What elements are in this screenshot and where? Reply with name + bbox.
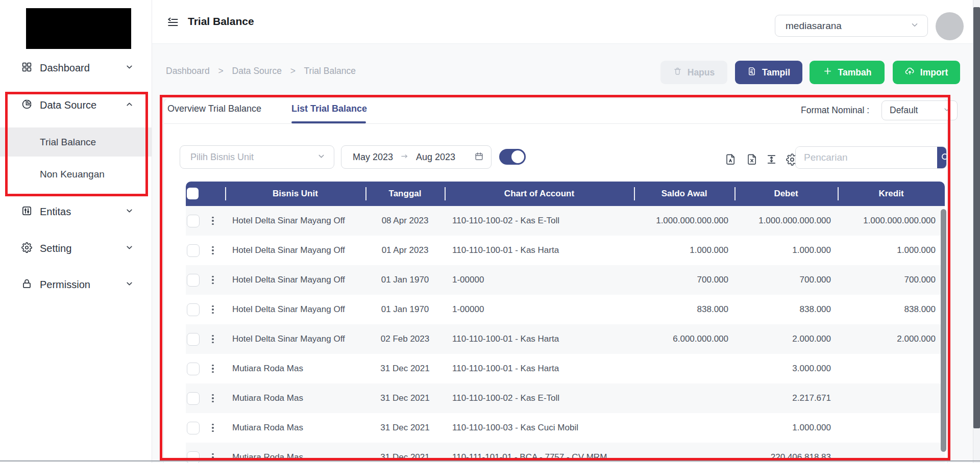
sidebar-subitem-trial-balance[interactable]: Trial Balance (0, 127, 152, 157)
sidebar-collapse-icon[interactable] (166, 16, 180, 31)
import-button[interactable]: Import (893, 61, 960, 84)
cell-debet: 2.000.000 (734, 334, 838, 344)
row-checkbox[interactable] (187, 303, 200, 316)
select-all-checkbox[interactable] (187, 188, 199, 199)
header-separator (838, 187, 839, 200)
sidebar-item-setting[interactable]: Setting (0, 238, 152, 259)
sidebar-subitem-non-keuangan[interactable]: Non Keuangan (0, 159, 152, 190)
sidebar-item-dashboard[interactable]: Dashboard (0, 58, 152, 78)
cell-debet: 838.000 (734, 304, 838, 315)
search-button[interactable] (937, 147, 947, 168)
sidebar-item-data-source[interactable]: Data Source (0, 95, 152, 115)
cell-saldo-awal: 700.000 (634, 275, 734, 285)
breadcrumb: Dashboard > Data Source > Trial Balance (166, 66, 362, 76)
cell-bisnis-unit: Hotel Delta Sinar Mayang Off (225, 275, 365, 285)
row-menu-kebab-icon[interactable] (208, 303, 217, 316)
show-button[interactable]: Tampil (735, 61, 802, 84)
gear-icon (21, 242, 32, 255)
breadcrumb-item-dashboard[interactable]: Dashboard (166, 66, 210, 76)
add-button-label: Tambah (838, 67, 872, 78)
business-unit-select[interactable]: Pilih Bisnis Unit (180, 145, 334, 169)
column-header-tanggal[interactable]: Tanggal (365, 189, 445, 199)
window-bottom-border (0, 460, 980, 461)
cell-debet: 1.000.000 (734, 423, 838, 433)
cell-tanggal: 31 Dec 2021 (365, 364, 445, 374)
cell-chart-of-account: 110-110-100-01 - Kas Harta (445, 334, 634, 344)
export-excel-icon[interactable] (746, 153, 758, 167)
search-input[interactable] (796, 147, 937, 168)
chevron-down-icon (317, 152, 326, 163)
table-scrollbar[interactable] (941, 209, 946, 452)
toggle-knob (511, 150, 524, 163)
sidebar-item-label: Dashboard (40, 62, 90, 74)
delete-button[interactable]: Hapus (660, 61, 727, 84)
sidebar-subitem-label: Non Keuangan (40, 169, 105, 180)
row-checkbox[interactable] (187, 215, 200, 227)
page-scrollbar-track (973, 0, 980, 463)
row-menu-kebab-icon[interactable] (208, 333, 217, 345)
row-menu-kebab-icon[interactable] (208, 363, 217, 375)
cell-bisnis-unit: Hotel Delta Sinar Mayang Off (225, 216, 365, 226)
filter-toggle[interactable] (499, 149, 526, 165)
breadcrumb-item-data-source[interactable]: Data Source (232, 66, 282, 76)
row-checkbox[interactable] (187, 333, 200, 346)
chevron-up-icon (125, 100, 134, 111)
tab-overview-trial-balance[interactable]: Overview Trial Balance (167, 104, 261, 114)
cell-chart-of-account: 1-00000 (445, 304, 634, 315)
column-header-saldo-awal[interactable]: Saldo Awal (634, 189, 734, 199)
chevron-down-icon (943, 106, 951, 116)
header-separator (225, 187, 226, 200)
row-menu-kebab-icon[interactable] (208, 422, 217, 434)
column-header-kredit[interactable]: Kredit (838, 189, 945, 199)
import-button-label: Import (920, 67, 948, 78)
column-header-debet[interactable]: Debet (734, 189, 838, 199)
chevron-down-icon (125, 243, 134, 254)
column-header-bisnis-unit[interactable]: Bisnis Unit (225, 189, 365, 199)
table-body: Hotel Delta Sinar Mayang Off 08 Apr 2023… (186, 206, 945, 463)
plus-icon (823, 66, 832, 79)
cell-chart-of-account: 110-110-100-02 - Kas E-Toll (445, 393, 634, 403)
active-tab-underline (291, 121, 366, 123)
row-checkbox[interactable] (187, 274, 200, 287)
format-nominal-select[interactable]: Default (881, 100, 958, 120)
export-pdf-icon[interactable] (725, 153, 737, 167)
column-header-chart-of-account[interactable]: Chart of Account (445, 189, 634, 199)
tab-list-trial-balance[interactable]: List Trial Balance (291, 104, 367, 114)
sidebar-item-label: Entitas (40, 206, 71, 218)
row-checkbox[interactable] (187, 363, 200, 375)
cell-bisnis-unit: Hotel Delta Sinar Mayang Off (225, 245, 365, 255)
sidebar-item-label: Permission (40, 279, 90, 291)
row-checkbox[interactable] (187, 422, 200, 434)
cell-debet: 2.217.671 (734, 393, 838, 403)
row-checkbox[interactable] (187, 392, 200, 405)
arrow-right-icon (400, 152, 409, 163)
row-menu-kebab-icon[interactable] (208, 215, 217, 227)
chevron-down-icon (125, 63, 134, 73)
row-checkbox[interactable] (187, 244, 200, 257)
date-range-start: May 2023 (353, 152, 393, 163)
table-row: Hotel Delta Sinar Mayang Off 01 Apr 2023… (186, 236, 945, 265)
cell-kredit: 1.000.000 (838, 245, 945, 255)
row-menu-kebab-icon[interactable] (208, 392, 217, 404)
row-menu-kebab-icon[interactable] (208, 244, 217, 256)
cell-chart-of-account: 110-110-100-03 - Kas Cuci Mobil (445, 423, 634, 433)
add-button[interactable]: Tambah (810, 61, 885, 84)
row-height-icon[interactable] (766, 153, 777, 167)
dashboard-grid-icon (21, 62, 32, 74)
sidebar-item-permission[interactable]: Permission (0, 274, 152, 295)
cell-chart-of-account: 110-110-100-02 - Kas E-Toll (445, 216, 634, 226)
format-nominal-label: Format Nominal : (801, 105, 869, 116)
delete-button-label: Hapus (688, 67, 715, 78)
avatar[interactable] (936, 12, 964, 40)
cell-saldo-awal: 1.000.000 (634, 245, 734, 255)
sidebar: Dashboard Data Source Trial Balance Non … (0, 0, 152, 463)
app-logo (26, 8, 131, 49)
cell-tanggal: 31 Dec 2021 (365, 423, 445, 433)
page-scrollbar-thumb[interactable] (973, 7, 980, 428)
row-menu-kebab-icon[interactable] (208, 274, 217, 286)
date-range-picker[interactable]: May 2023 Aug 2023 (341, 145, 492, 169)
breadcrumb-item-trial-balance[interactable]: Trial Balance (304, 66, 356, 76)
sidebar-item-entitas[interactable]: Entitas (0, 201, 152, 222)
company-select[interactable]: mediasarana (775, 15, 928, 37)
document-search-icon (747, 67, 756, 79)
